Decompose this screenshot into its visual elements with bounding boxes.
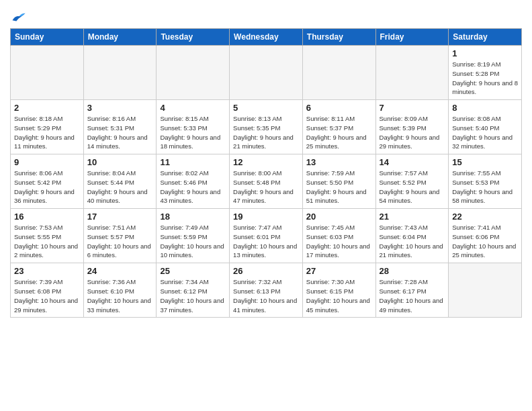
day-number: 15 [452, 157, 518, 167]
calendar-cell: 13Sunrise: 7:59 AM Sunset: 5:50 PM Dayli… [302, 154, 375, 209]
calendar-cell: 18Sunrise: 7:49 AM Sunset: 5:59 PM Dayli… [157, 209, 230, 263]
calendar-cell: 22Sunrise: 7:41 AM Sunset: 6:06 PM Dayli… [449, 209, 522, 263]
day-number: 23 [14, 266, 80, 276]
calendar-weekday-friday: Friday [375, 29, 449, 46]
day-info: Sunrise: 7:39 AM Sunset: 6:08 PM Dayligh… [14, 277, 80, 314]
day-number: 26 [233, 266, 299, 276]
day-number: 1 [452, 48, 518, 58]
day-number: 2 [14, 103, 80, 113]
day-info: Sunrise: 7:32 AM Sunset: 6:13 PM Dayligh… [233, 277, 299, 314]
day-info: Sunrise: 7:49 AM Sunset: 5:59 PM Dayligh… [160, 223, 226, 260]
day-number: 27 [306, 266, 372, 276]
day-info: Sunrise: 7:28 AM Sunset: 6:17 PM Dayligh… [380, 277, 445, 314]
day-number: 5 [233, 103, 299, 113]
day-number: 20 [306, 212, 372, 222]
day-info: Sunrise: 8:00 AM Sunset: 5:48 PM Dayligh… [233, 169, 299, 205]
day-info: Sunrise: 8:02 AM Sunset: 5:46 PM Dayligh… [160, 169, 226, 205]
calendar-week-1: 1Sunrise: 8:19 AM Sunset: 5:28 PM Daylig… [11, 46, 522, 100]
calendar-weekday-sunday: Sunday [11, 29, 84, 46]
day-number: 14 [380, 157, 445, 167]
day-number: 12 [233, 157, 299, 167]
calendar-cell [11, 46, 84, 100]
day-number: 13 [306, 157, 372, 167]
day-number: 25 [160, 266, 226, 276]
day-number: 18 [160, 212, 226, 222]
day-info: Sunrise: 8:09 AM Sunset: 5:39 PM Dayligh… [380, 114, 445, 151]
calendar-cell: 3Sunrise: 8:16 AM Sunset: 5:31 PM Daylig… [83, 100, 157, 154]
day-number: 10 [87, 157, 153, 167]
day-number: 7 [380, 103, 445, 113]
calendar-cell [83, 46, 157, 100]
day-info: Sunrise: 8:08 AM Sunset: 5:40 PM Dayligh… [452, 114, 518, 151]
calendar-body: 1Sunrise: 8:19 AM Sunset: 5:28 PM Daylig… [11, 46, 522, 318]
day-info: Sunrise: 7:53 AM Sunset: 5:55 PM Dayligh… [14, 223, 80, 260]
day-number: 22 [452, 212, 518, 222]
day-number: 24 [87, 266, 153, 276]
day-info: Sunrise: 7:47 AM Sunset: 6:01 PM Dayligh… [233, 223, 299, 260]
day-info: Sunrise: 8:13 AM Sunset: 5:35 PM Dayligh… [233, 114, 299, 151]
day-info: Sunrise: 8:18 AM Sunset: 5:29 PM Dayligh… [14, 114, 80, 151]
day-number: 4 [160, 103, 226, 113]
calendar-cell: 21Sunrise: 7:43 AM Sunset: 6:04 PM Dayli… [375, 209, 449, 263]
calendar-cell: 1Sunrise: 8:19 AM Sunset: 5:28 PM Daylig… [449, 46, 522, 100]
day-info: Sunrise: 8:16 AM Sunset: 5:31 PM Dayligh… [87, 114, 153, 151]
day-number: 6 [306, 103, 372, 113]
calendar-week-4: 16Sunrise: 7:53 AM Sunset: 5:55 PM Dayli… [11, 209, 522, 263]
calendar-weekday-tuesday: Tuesday [157, 29, 230, 46]
calendar-cell: 4Sunrise: 8:15 AM Sunset: 5:33 PM Daylig… [157, 100, 230, 154]
day-number: 28 [380, 266, 445, 276]
calendar-cell: 19Sunrise: 7:47 AM Sunset: 6:01 PM Dayli… [230, 209, 303, 263]
day-info: Sunrise: 7:57 AM Sunset: 5:52 PM Dayligh… [380, 169, 445, 205]
day-number: 11 [160, 157, 226, 167]
calendar-cell: 26Sunrise: 7:32 AM Sunset: 6:13 PM Dayli… [230, 263, 303, 318]
logo [10, 11, 28, 26]
calendar-weekday-monday: Monday [83, 29, 157, 46]
day-number: 16 [14, 212, 80, 222]
day-info: Sunrise: 7:45 AM Sunset: 6:03 PM Dayligh… [306, 223, 372, 260]
calendar-table: SundayMondayTuesdayWednesdayThursdayFrid… [10, 28, 522, 318]
calendar-weekday-wednesday: Wednesday [230, 29, 303, 46]
day-info: Sunrise: 8:11 AM Sunset: 5:37 PM Dayligh… [306, 114, 372, 151]
calendar-weekday-thursday: Thursday [302, 29, 375, 46]
day-info: Sunrise: 7:34 AM Sunset: 6:12 PM Dayligh… [160, 277, 226, 314]
calendar-weekday-saturday: Saturday [449, 29, 522, 46]
calendar-week-2: 2Sunrise: 8:18 AM Sunset: 5:29 PM Daylig… [11, 100, 522, 154]
day-info: Sunrise: 8:04 AM Sunset: 5:44 PM Dayligh… [87, 169, 153, 205]
logo-bird-icon [11, 11, 26, 23]
calendar-week-5: 23Sunrise: 7:39 AM Sunset: 6:08 PM Dayli… [11, 263, 522, 318]
day-info: Sunrise: 7:59 AM Sunset: 5:50 PM Dayligh… [306, 169, 372, 205]
day-info: Sunrise: 7:41 AM Sunset: 6:06 PM Dayligh… [452, 223, 518, 260]
calendar-cell: 20Sunrise: 7:45 AM Sunset: 6:03 PM Dayli… [302, 209, 375, 263]
calendar-cell: 27Sunrise: 7:30 AM Sunset: 6:15 PM Dayli… [302, 263, 375, 318]
day-info: Sunrise: 7:51 AM Sunset: 5:57 PM Dayligh… [87, 223, 153, 260]
calendar-cell: 12Sunrise: 8:00 AM Sunset: 5:48 PM Dayli… [230, 154, 303, 209]
calendar-cell [157, 46, 230, 100]
calendar-cell: 17Sunrise: 7:51 AM Sunset: 5:57 PM Dayli… [83, 209, 157, 263]
day-info: Sunrise: 8:15 AM Sunset: 5:33 PM Dayligh… [160, 114, 226, 151]
day-info: Sunrise: 7:55 AM Sunset: 5:53 PM Dayligh… [452, 169, 518, 205]
calendar-cell: 7Sunrise: 8:09 AM Sunset: 5:39 PM Daylig… [375, 100, 449, 154]
day-number: 21 [380, 212, 445, 222]
calendar-cell: 9Sunrise: 8:06 AM Sunset: 5:42 PM Daylig… [11, 154, 84, 209]
calendar-cell: 11Sunrise: 8:02 AM Sunset: 5:46 PM Dayli… [157, 154, 230, 209]
calendar-cell: 2Sunrise: 8:18 AM Sunset: 5:29 PM Daylig… [11, 100, 84, 154]
calendar-cell: 8Sunrise: 8:08 AM Sunset: 5:40 PM Daylig… [449, 100, 522, 154]
calendar-cell: 5Sunrise: 8:13 AM Sunset: 5:35 PM Daylig… [230, 100, 303, 154]
calendar-cell: 16Sunrise: 7:53 AM Sunset: 5:55 PM Dayli… [11, 209, 84, 263]
calendar-cell: 10Sunrise: 8:04 AM Sunset: 5:44 PM Dayli… [83, 154, 157, 209]
calendar-header-row: SundayMondayTuesdayWednesdayThursdayFrid… [11, 29, 522, 46]
calendar-cell [375, 46, 449, 100]
calendar-cell: 28Sunrise: 7:28 AM Sunset: 6:17 PM Dayli… [375, 263, 449, 318]
day-number: 3 [87, 103, 153, 113]
calendar-cell [302, 46, 375, 100]
calendar-cell [230, 46, 303, 100]
calendar-cell: 14Sunrise: 7:57 AM Sunset: 5:52 PM Dayli… [375, 154, 449, 209]
day-number: 9 [14, 157, 80, 167]
calendar-cell: 25Sunrise: 7:34 AM Sunset: 6:12 PM Dayli… [157, 263, 230, 318]
day-number: 17 [87, 212, 153, 222]
calendar-cell: 23Sunrise: 7:39 AM Sunset: 6:08 PM Dayli… [11, 263, 84, 318]
calendar-cell: 6Sunrise: 8:11 AM Sunset: 5:37 PM Daylig… [302, 100, 375, 154]
day-info: Sunrise: 7:30 AM Sunset: 6:15 PM Dayligh… [306, 277, 372, 314]
calendar-cell: 24Sunrise: 7:36 AM Sunset: 6:10 PM Dayli… [83, 263, 157, 318]
day-info: Sunrise: 8:19 AM Sunset: 5:28 PM Dayligh… [452, 60, 518, 97]
